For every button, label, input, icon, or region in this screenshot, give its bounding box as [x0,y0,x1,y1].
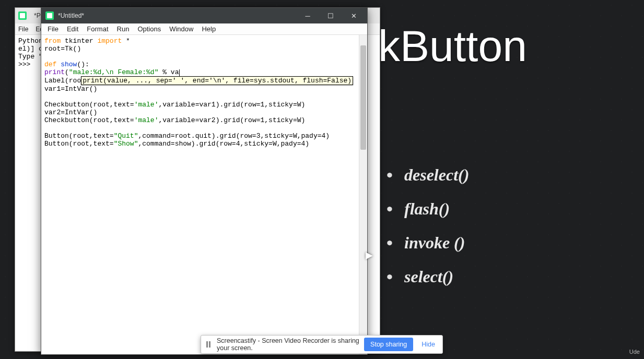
list-item: flash() [404,199,634,219]
brand-watermark: Ude [629,349,640,355]
share-text: Screencastify - Screen Video Recorder is… [217,337,360,352]
list-item: invoke () [404,233,634,253]
menu-run[interactable]: Run [113,24,134,34]
menu-format[interactable]: Format [83,24,112,34]
list-item: deselect() [404,165,634,185]
code-line [44,93,364,101]
idle-editor-window: *Untitled* ─ ☐ ✕ File Edit Format Run Op… [41,7,368,355]
vertical-scrollbar[interactable] [359,35,367,354]
code-line: def show(): [44,61,364,68]
editor-menubar: File Edit Format Run Options Window Help [41,23,367,35]
code-line: Checkbutton(root,text='male',variable=va… [44,101,364,109]
hide-button[interactable]: Hide [417,338,439,351]
list-item: select() [404,267,634,286]
presentation-slide: kButton deselect() flash() invoke () sel… [368,0,644,359]
code-line: from tkinter import * [44,37,364,45]
code-line: root=Tk() [44,45,364,53]
code-line: Button(root,text="Show",command=show).gr… [44,140,364,148]
code-line [44,53,364,61]
code-line: Button(root,text="Quit",command=root.qui… [44,132,364,140]
menu-file[interactable]: File [43,24,63,34]
window-controls: ─ ☐ ✕ [296,8,365,23]
minimize-button[interactable]: ─ [296,8,319,23]
expand-arrow-icon[interactable]: ▶ [366,249,373,261]
code-line: var1=IntVar() [44,85,364,93]
pause-icon [206,341,210,348]
menu-edit[interactable]: Edit [63,24,83,34]
maximize-button[interactable]: ☐ [319,8,342,23]
menu-help[interactable]: Help [197,24,220,34]
editor-titlebar[interactable]: *Untitled* ─ ☐ ✕ [41,8,367,23]
text-cursor [179,69,180,76]
menu-window[interactable]: Window [165,24,197,34]
code-line: Checkbutton(root,text='male',variable=va… [44,116,364,124]
code-line: Label(rooprint(value, ..., sep=' ', end=… [44,76,364,85]
code-line [44,124,364,132]
menu-options[interactable]: Options [133,24,165,34]
slide-title: kButton [378,21,634,71]
screen-share-banner: Screencastify - Screen Video Recorder is… [201,335,443,354]
code-line: print("male:%d,\n Female:%d" % va [44,68,364,76]
code-line: var2=IntVar() [44,109,364,116]
slide-method-list: deselect() flash() invoke () select() [378,165,634,286]
calltip-tooltip: print(value, ..., sep=' ', end='\n', fil… [81,76,353,85]
shell-menu-file[interactable]: File [18,26,28,33]
close-button[interactable]: ✕ [342,8,365,23]
stop-sharing-button[interactable]: Stop sharing [364,338,413,351]
editor-title-text: *Untitled* [58,12,296,19]
python-icon [18,11,27,20]
python-icon [45,11,54,20]
code-editor[interactable]: from tkinter import * root=Tk() def show… [41,35,367,354]
